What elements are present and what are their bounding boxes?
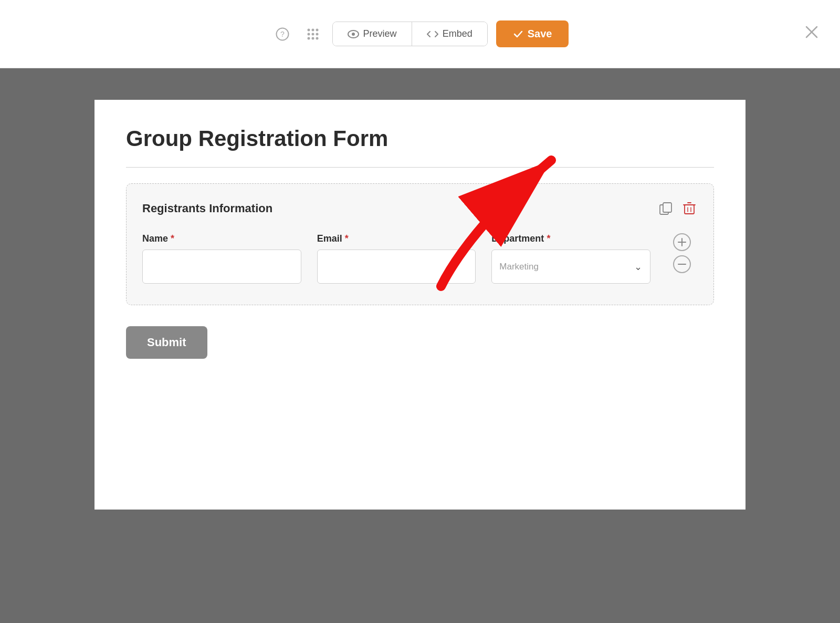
section-box: Registrants Information [126,183,714,305]
svg-point-5 [307,33,310,35]
section-header: Registrants Information [142,200,698,217]
copy-icon [659,202,673,215]
dark-bar [0,68,840,100]
main-content: Group Registration Form Registrants Info… [0,100,840,510]
form-divider [126,167,714,168]
svg-point-2 [307,28,310,31]
embed-button[interactable]: Embed [412,22,487,46]
toolbar: ? Preview [0,0,840,68]
eye-icon [348,30,359,38]
add-row-button[interactable] [673,233,691,251]
department-select[interactable]: Marketing Engineering Sales HR [491,250,650,284]
preview-label: Preview [363,28,397,39]
form-container: Group Registration Form Registrants Info… [94,100,746,510]
toolbar-controls: ? Preview [271,20,569,47]
section-actions [657,200,698,217]
embed-label: Embed [443,28,472,39]
department-select-wrapper: Marketing Engineering Sales HR ⌄ [491,250,650,284]
email-required-star: * [345,233,349,244]
email-input[interactable] [317,250,476,284]
save-label: Save [528,28,552,40]
save-button[interactable]: Save [496,20,569,47]
copy-section-button[interactable] [657,200,675,217]
trash-icon [683,202,696,215]
delete-section-button[interactable] [681,200,698,217]
department-field-group: Department * Marketing Engineering Sales… [491,233,650,284]
svg-point-9 [311,37,314,39]
svg-point-10 [316,37,318,39]
submit-button[interactable]: Submit [126,326,207,359]
form-title: Group Registration Form [126,126,714,151]
svg-text:?: ? [280,30,285,38]
fields-row: Name * Email * Department [142,233,698,284]
help-button[interactable]: ? [271,23,293,45]
section-title: Registrants Information [142,202,272,215]
svg-point-8 [307,37,310,39]
department-label: Department * [491,233,650,244]
grid-button[interactable] [302,23,324,45]
code-icon [427,30,438,38]
name-required-star: * [171,233,174,244]
name-input[interactable] [142,250,301,284]
svg-point-6 [311,33,314,35]
email-label: Email * [317,233,476,244]
svg-rect-17 [663,203,671,212]
preview-button[interactable]: Preview [333,22,412,46]
plus-icon [677,237,687,247]
email-field-group: Email * [317,233,476,284]
name-field-group: Name * [142,233,301,284]
preview-embed-segment: Preview Embed [332,22,488,46]
minus-icon [677,259,687,269]
help-icon: ? [276,27,289,41]
close-button[interactable] [800,20,823,47]
remove-row-button[interactable] [673,255,691,273]
svg-point-12 [352,33,355,36]
svg-point-7 [316,33,318,35]
svg-point-3 [311,28,314,31]
name-label: Name * [142,233,301,244]
grid-icon [306,27,320,41]
svg-point-4 [316,28,318,31]
submit-label: Submit [147,336,186,349]
close-icon [804,25,819,39]
checkmark-icon [513,29,523,39]
department-required-star: * [547,233,550,244]
svg-rect-18 [685,205,694,214]
add-remove-buttons [666,233,698,277]
